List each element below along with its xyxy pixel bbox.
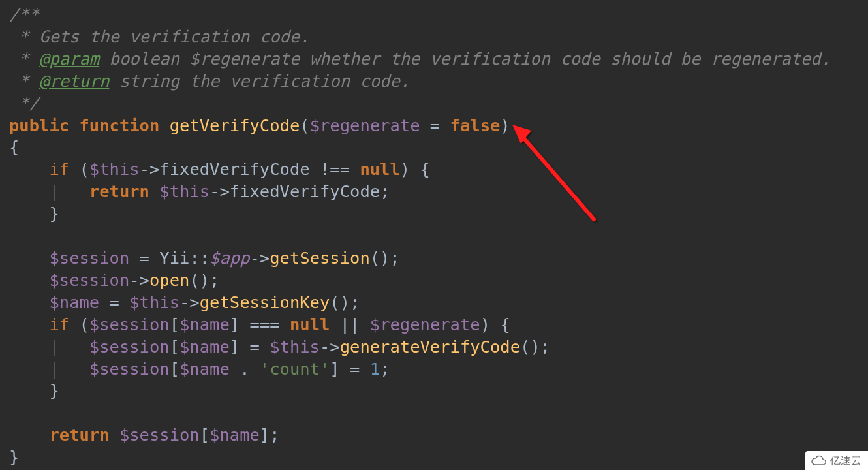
kw-null: null: [290, 315, 330, 334]
op-concat: .: [230, 359, 260, 379]
op-eqq: ===: [240, 315, 290, 334]
var-name: $name: [179, 359, 230, 379]
var-regenerate: $regenerate: [370, 315, 480, 334]
if1-rp: ) {: [400, 159, 430, 179]
if2-lp: (: [69, 315, 89, 334]
sig-rparen: ): [500, 116, 510, 135]
rbracket: ]: [230, 315, 240, 334]
indent-guide: [9, 315, 49, 334]
var-session: $session: [89, 315, 170, 334]
cloud-icon: [811, 455, 826, 465]
var-this: $this: [159, 181, 209, 201]
var-session: $session: [89, 337, 170, 356]
var-name: $name: [179, 337, 230, 356]
assign: =: [99, 292, 129, 312]
var-name: $name: [49, 292, 99, 312]
paren-semi: ();: [330, 292, 360, 312]
prop-fixedverifycode: fixedVerifyCode: [159, 159, 309, 179]
comment-line-2: * @param boolean $regenerate whether the…: [9, 49, 831, 69]
comment-open: /**: [9, 5, 39, 24]
indent-guide: [9, 381, 49, 400]
doc-tag-param: @param: [39, 49, 99, 69]
var-session: $session: [89, 359, 170, 379]
prop-fixedverifycode: fixedVerifyCode: [230, 181, 380, 201]
space: [110, 425, 119, 445]
body-lbrace: {: [9, 137, 19, 157]
param-regenerate: $regenerate: [310, 116, 420, 135]
class-yii: Yii: [159, 248, 189, 268]
watermark: 亿速云: [805, 451, 868, 470]
if1-arrow: ->: [140, 159, 160, 179]
kw-public: public: [9, 116, 69, 135]
arrow: ->: [129, 270, 149, 290]
kw-false: false: [450, 116, 501, 135]
var-this: $this: [270, 337, 320, 356]
paren-semi: ();: [370, 248, 400, 268]
indent-guide: [9, 248, 49, 268]
op-or: ||: [330, 315, 369, 334]
indent-guide: |: [9, 337, 89, 356]
var-this: $this: [129, 292, 179, 312]
if1-close: }: [49, 204, 59, 223]
comment-line-3: * @return string the verification code.: [9, 71, 410, 91]
kw-return: return: [49, 425, 109, 445]
if1-lp: (: [69, 159, 89, 179]
indent-guide: |: [9, 181, 89, 201]
num-one: 1: [370, 359, 380, 379]
var-name: $name: [209, 425, 260, 445]
sig-lparen: (: [300, 116, 309, 135]
semicolon: ;: [380, 359, 390, 379]
lbracket: [: [170, 337, 179, 356]
indent-guide: [9, 159, 49, 179]
var-session: $session: [49, 270, 129, 290]
indent-guide: [9, 204, 49, 223]
call-getsessionkey: getSessionKey: [200, 292, 330, 312]
assign: =: [240, 337, 270, 356]
lbracket: [: [200, 425, 209, 445]
indent-guide: |: [9, 359, 89, 379]
static-app: $app: [209, 248, 249, 268]
var-session: $session: [49, 248, 129, 268]
str-count: 'count': [260, 359, 330, 379]
code-editor[interactable]: /** * Gets the verification code. * @par…: [0, 0, 868, 469]
var-this: $this: [89, 159, 140, 179]
kw-function: function: [79, 116, 159, 135]
watermark-text: 亿速云: [830, 454, 861, 467]
comment-line-1: * Gets the verification code.: [9, 27, 310, 46]
ret1-arrow: ->: [209, 181, 230, 201]
var-name: $name: [179, 315, 230, 334]
rbracket: ]: [230, 337, 240, 356]
space: [149, 181, 159, 201]
indent-guide: [9, 270, 49, 290]
sig-eq: =: [420, 116, 450, 135]
if2-close: }: [49, 381, 59, 400]
assign: =: [129, 248, 159, 268]
arrow: ->: [179, 292, 200, 312]
call-generateverifycode: generateVerifyCode: [340, 337, 520, 356]
semicolon: ;: [380, 181, 390, 201]
call-getsession: getSession: [270, 248, 370, 268]
indent-guide: [9, 425, 49, 445]
paren-semi: ();: [189, 270, 219, 290]
arrow: ->: [320, 337, 340, 356]
paren-semi: ();: [520, 337, 550, 356]
comment-close: */: [9, 93, 39, 113]
body-rbrace: }: [9, 447, 19, 467]
assign: =: [340, 359, 370, 379]
kw-return: return: [89, 181, 149, 201]
indent-guide: [9, 292, 49, 312]
lbracket: [: [170, 315, 179, 334]
rbracket: ]: [330, 359, 339, 379]
arrow: ->: [250, 248, 270, 268]
kw-null: null: [360, 159, 399, 179]
fn-name: getVerifyCode: [170, 116, 300, 135]
call-open: open: [149, 270, 189, 290]
kw-if: if: [49, 159, 69, 179]
op-neq: !==: [310, 159, 360, 179]
var-session: $session: [119, 425, 200, 445]
doc-tag-return: @return: [39, 71, 109, 91]
dcolon: ::: [189, 248, 209, 268]
kw-if: if: [49, 315, 69, 334]
if2-rp: ) {: [480, 315, 510, 334]
lbracket: [: [170, 359, 179, 379]
